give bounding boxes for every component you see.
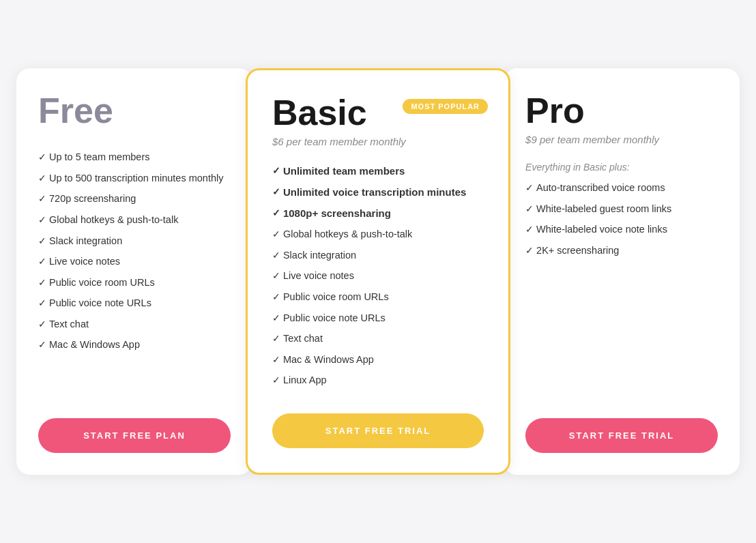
check-icon: ✓ [272, 312, 280, 325]
cta-button-free[interactable]: START FREE PLAN [38, 418, 231, 453]
most-popular-badge: MOST POPULAR [403, 99, 488, 114]
plan-name-free: Free [38, 93, 231, 128]
check-icon: ✓ [272, 353, 280, 367]
check-icon: ✓ [38, 192, 46, 206]
feature-text: 2K+ screensharing [536, 244, 619, 257]
feature-item: ✓1080p+ screensharing [272, 206, 484, 220]
feature-text: Mac & Windows App [49, 338, 140, 351]
feature-text: Slack integration [49, 234, 122, 248]
feature-item: ✓2K+ screensharing [525, 244, 718, 258]
check-icon: ✓ [272, 164, 280, 178]
check-icon: ✓ [272, 207, 280, 220]
feature-text: White-labeled voice note links [536, 222, 667, 236]
feature-item: ✓Public voice room URLs [38, 276, 231, 290]
plan-card-basic: MOST POPULARBasic$6 per team member mont… [246, 68, 510, 475]
check-icon: ✓ [272, 228, 280, 241]
cta-button-pro[interactable]: START FREE TRIAL [525, 418, 718, 453]
feature-text: Public voice note URLs [49, 296, 151, 310]
check-icon: ✓ [38, 318, 46, 332]
check-icon: ✓ [38, 297, 46, 310]
feature-text: Global hotkeys & push-to-talk [49, 213, 178, 226]
feature-text: 720p screensharing [49, 192, 136, 205]
plan-price-basic: $6 per team member monthly [272, 136, 484, 147]
check-icon: ✓ [38, 151, 46, 164]
feature-item: ✓Public voice note URLs [38, 296, 231, 310]
feature-text: Unlimited team members [283, 164, 405, 178]
feature-item: ✓Live voice notes [38, 254, 231, 269]
check-icon: ✓ [272, 332, 280, 346]
cta-button-basic[interactable]: START FREE TRIAL [272, 413, 484, 448]
feature-item: ✓Up to 500 transcription minutes monthly [38, 171, 231, 186]
plan-card-pro: Pro$9 per team member monthlyEverything … [504, 68, 740, 475]
feature-text: Global hotkeys & push-to-talk [283, 227, 412, 241]
feature-item: ✓Text chat [38, 317, 231, 332]
feature-item: ✓Public voice room URLs [272, 290, 484, 304]
feature-item: ✓Unlimited voice transcription minutes [272, 185, 484, 199]
feature-text: Up to 5 team members [49, 150, 149, 164]
check-icon: ✓ [272, 269, 280, 283]
check-icon: ✓ [38, 214, 46, 227]
pricing-container: Free✓Up to 5 team members✓Up to 500 tran… [16, 68, 740, 475]
feature-item: ✓Live voice notes [272, 269, 484, 283]
feature-text: Up to 500 transcription minutes monthly [49, 171, 224, 185]
feature-text: Public voice room URLs [49, 276, 155, 289]
feature-text: White-labeled guest room links [536, 202, 671, 216]
feature-item: ✓Auto-transcribed voice rooms [525, 181, 718, 195]
feature-item: ✓Mac & Windows App [272, 353, 484, 367]
feature-item: ✓Global hotkeys & push-to-talk [272, 227, 484, 241]
feature-text: Mac & Windows App [283, 353, 374, 366]
check-icon: ✓ [525, 203, 534, 216]
feature-item: ✓Global hotkeys & push-to-talk [38, 213, 231, 227]
feature-item: ✓Unlimited team members [272, 164, 484, 178]
features-list-basic: ✓Unlimited team members✓Unlimited voice … [272, 164, 484, 394]
feature-text: Public voice note URLs [283, 311, 386, 325]
feature-item: ✓Text chat [272, 332, 484, 346]
feature-text: Public voice room URLs [283, 290, 389, 304]
plan-price-pro: $9 per team member monthly [525, 134, 718, 145]
feature-item: ✓Mac & Windows App [38, 338, 231, 352]
feature-text: Slack integration [283, 248, 356, 262]
check-icon: ✓ [38, 255, 46, 269]
feature-item: ✓White-labeled guest room links [525, 202, 718, 216]
check-icon: ✓ [38, 338, 46, 352]
check-icon: ✓ [38, 276, 46, 290]
check-icon: ✓ [525, 181, 534, 195]
feature-text: Live voice notes [283, 269, 354, 282]
features-list-free: ✓Up to 5 team members✓Up to 500 transcri… [38, 150, 231, 399]
feature-item: ✓720p screensharing [38, 192, 231, 206]
feature-text: Unlimited voice transcription minutes [283, 185, 466, 199]
feature-text: 1080p+ screensharing [283, 206, 391, 220]
feature-text: Auto-transcribed voice rooms [536, 181, 665, 194]
feature-item: ✓Slack integration [272, 248, 484, 263]
feature-item: ✓Up to 5 team members [38, 150, 231, 164]
feature-item: ✓White-labeled voice note links [525, 222, 718, 237]
features-list-pro: ✓Auto-transcribed voice rooms✓White-labe… [525, 181, 718, 399]
feature-text: Text chat [49, 317, 89, 331]
feature-item: ✓Slack integration [38, 234, 231, 248]
check-icon: ✓ [38, 172, 46, 186]
check-icon: ✓ [272, 186, 280, 199]
check-icon: ✓ [272, 249, 280, 263]
check-icon: ✓ [272, 374, 280, 387]
check-icon: ✓ [272, 291, 280, 304]
feature-text: Live voice notes [49, 254, 120, 268]
check-icon: ✓ [525, 223, 534, 237]
everything-plus-pro: Everything in Basic plus: [525, 162, 718, 173]
plan-name-pro: Pro [525, 93, 718, 128]
feature-item: ✓Linux App [272, 373, 484, 387]
plan-card-free: Free✓Up to 5 team members✓Up to 500 tran… [16, 68, 252, 475]
check-icon: ✓ [38, 235, 46, 248]
feature-text: Linux App [283, 373, 327, 387]
check-icon: ✓ [525, 244, 534, 258]
feature-text: Text chat [283, 332, 323, 345]
feature-item: ✓Public voice note URLs [272, 311, 484, 325]
